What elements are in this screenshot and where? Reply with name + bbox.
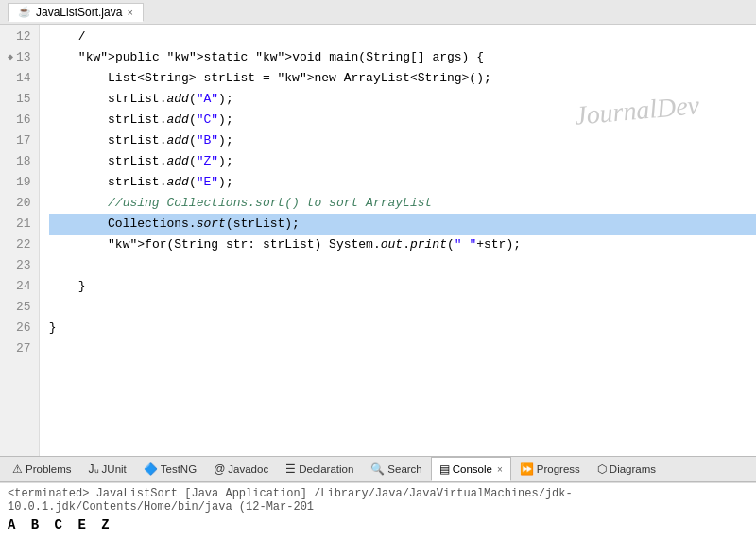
search-label: Search bbox=[387, 463, 421, 475]
junit-label: JUnit bbox=[102, 463, 127, 475]
line-number: 24 bbox=[8, 276, 31, 297]
code-line: / bbox=[49, 26, 756, 47]
testng-icon: 🔷 bbox=[144, 462, 158, 476]
declaration-icon: ☰ bbox=[285, 462, 296, 476]
code-line: //using Collections.sort() to sort Array… bbox=[49, 193, 756, 214]
code-line-text: List<String> strList = "kw">new ArrayLis… bbox=[49, 68, 491, 89]
line-number: 19 bbox=[8, 172, 31, 193]
code-line: strList.add("E"); bbox=[49, 172, 756, 193]
line-number: 17 bbox=[8, 130, 31, 151]
code-line: } bbox=[49, 318, 756, 339]
tab-progress[interactable]: ⏩Progress bbox=[511, 457, 589, 481]
code-line: } bbox=[49, 276, 756, 297]
console-close-icon[interactable]: × bbox=[497, 464, 503, 475]
tab-junit[interactable]: JᵤJUnit bbox=[80, 457, 135, 481]
breakpoint-arrow-icon: ◆ bbox=[8, 47, 13, 68]
code-line: Collections.sort(strList); bbox=[49, 214, 756, 235]
code-line-text: Collections.sort(strList); bbox=[49, 214, 300, 235]
console-area: <terminated> JavaListSort [Java Applicat… bbox=[0, 482, 756, 539]
tab-problems[interactable]: ⚠Problems bbox=[4, 457, 80, 481]
code-line: strList.add("C"); bbox=[49, 110, 756, 130]
problems-label: Problems bbox=[26, 463, 72, 475]
code-line: "kw">for(String str: strList) System.out… bbox=[49, 235, 756, 255]
code-line-text: } bbox=[49, 276, 86, 297]
code-line-text: strList.add("E"); bbox=[49, 172, 233, 193]
line-number: 18 bbox=[8, 151, 31, 172]
code-line: strList.add("Z"); bbox=[49, 151, 756, 172]
line-number: 16 bbox=[8, 110, 31, 130]
console-output: A B C E Z bbox=[8, 517, 748, 532]
tab-diagrams[interactable]: ⬡Diagrams bbox=[589, 457, 664, 481]
code-line-text: } bbox=[49, 318, 57, 339]
junit-icon: Jᵤ bbox=[89, 462, 99, 476]
line-number: 23 bbox=[8, 255, 31, 276]
code-line-text: / bbox=[49, 26, 86, 47]
code-content[interactable]: JournalDev / "kw">public "kw">static "kw… bbox=[40, 25, 756, 456]
line-number: ◆13 bbox=[8, 47, 31, 68]
tab-search[interactable]: 🔍Search bbox=[362, 457, 430, 481]
tab-declaration[interactable]: ☰Declaration bbox=[277, 457, 362, 481]
bottom-tab-bar: ⚠ProblemsJᵤJUnit🔷TestNG@Javadoc☰Declarat… bbox=[0, 456, 756, 482]
code-line-text: "kw">public "kw">static "kw">void main(S… bbox=[49, 47, 484, 68]
line-number: 20 bbox=[8, 193, 31, 214]
line-number: 12 bbox=[8, 26, 31, 47]
line-number: 25 bbox=[8, 297, 31, 318]
line-number: 14 bbox=[8, 68, 31, 89]
code-line bbox=[49, 255, 756, 276]
code-area: 12◆131415161718192021222324252627 Journa… bbox=[0, 25, 756, 456]
code-line-text: //using Collections.sort() to sort Array… bbox=[49, 193, 433, 214]
javadoc-icon: @ bbox=[214, 462, 225, 476]
tab-file-icon: ☕ bbox=[18, 6, 31, 18]
progress-label: Progress bbox=[537, 463, 580, 475]
line-number: 15 bbox=[8, 89, 31, 110]
declaration-label: Declaration bbox=[299, 463, 353, 475]
javadoc-label: Javadoc bbox=[228, 463, 268, 475]
progress-icon: ⏩ bbox=[520, 462, 534, 476]
code-line bbox=[49, 339, 756, 359]
testng-label: TestNG bbox=[161, 463, 197, 475]
tab-testng[interactable]: 🔷TestNG bbox=[135, 457, 205, 481]
line-number: 22 bbox=[8, 235, 31, 255]
code-line-text: strList.add("B"); bbox=[49, 130, 233, 151]
code-line-text: strList.add("A"); bbox=[49, 89, 233, 110]
editor-tab[interactable]: ☕ JavaListSort.java × bbox=[8, 3, 144, 22]
code-line bbox=[49, 297, 756, 318]
tab-console[interactable]: ▤Console× bbox=[431, 457, 511, 481]
title-bar: ☕ JavaListSort.java × bbox=[0, 0, 756, 25]
line-number: 26 bbox=[8, 318, 31, 339]
tab-javadoc[interactable]: @Javadoc bbox=[205, 457, 277, 481]
code-line-text: strList.add("Z"); bbox=[49, 151, 233, 172]
search-icon: 🔍 bbox=[370, 462, 385, 476]
line-number: 27 bbox=[8, 339, 31, 359]
code-line-text: "kw">for(String str: strList) System.out… bbox=[49, 235, 521, 255]
code-line: List<String> strList = "kw">new ArrayLis… bbox=[49, 68, 756, 89]
code-line-text: strList.add("C"); bbox=[49, 110, 233, 130]
code-line: strList.add("A"); bbox=[49, 89, 756, 110]
console-terminated-line: <terminated> JavaListSort [Java Applicat… bbox=[8, 487, 748, 513]
diagrams-label: Diagrams bbox=[610, 463, 656, 475]
code-line: strList.add("B"); bbox=[49, 130, 756, 151]
diagrams-icon: ⬡ bbox=[597, 462, 607, 476]
tab-label: JavaListSort.java bbox=[36, 6, 122, 19]
tab-close-icon[interactable]: × bbox=[127, 7, 132, 18]
console-icon: ▤ bbox=[439, 462, 450, 476]
problems-icon: ⚠ bbox=[12, 462, 23, 476]
line-numbers: 12◆131415161718192021222324252627 bbox=[0, 25, 40, 456]
line-number: 21 bbox=[8, 214, 31, 235]
code-editor: 12◆131415161718192021222324252627 Journa… bbox=[0, 25, 756, 456]
code-line: "kw">public "kw">static "kw">void main(S… bbox=[49, 47, 756, 68]
console-label: Console bbox=[453, 463, 492, 475]
